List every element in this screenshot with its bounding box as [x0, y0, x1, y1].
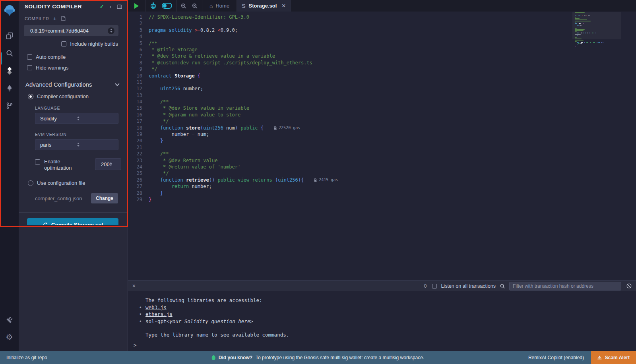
minimap-slider[interactable] — [572, 12, 621, 39]
line-number: 2 — [128, 20, 149, 27]
zoom-out-icon[interactable] — [180, 3, 187, 9]
terminal-search-icon[interactable] — [500, 283, 505, 289]
chevron-right-icon[interactable]: › — [110, 4, 111, 10]
deploy-run-icon[interactable] — [0, 79, 19, 97]
clear-console-icon[interactable] — [626, 283, 632, 289]
file-explorer-icon[interactable] — [0, 27, 19, 45]
library-link[interactable]: web3.js — [145, 304, 167, 311]
compiler-version-select[interactable]: 0.8.19+commit.7dd6d404 — [24, 25, 118, 36]
enable-optimization-checkbox[interactable] — [35, 159, 40, 165]
code-text: * @dev Return value — [149, 157, 217, 164]
optimization-runs-stepper[interactable]: 200 — [95, 158, 121, 170]
code-text: } — [149, 196, 151, 203]
code-line[interactable]: 18 function store(uint256 num) public {2… — [128, 125, 572, 131]
did-you-know-tip: Did you know? To prototype using the Gno… — [212, 355, 425, 360]
hide-warnings-checkbox[interactable] — [27, 65, 32, 70]
close-tab-icon[interactable]: ✕ — [281, 3, 286, 9]
remix-logo-icon[interactable] — [3, 4, 16, 17]
terminal-output[interactable]: The following libraries are accessible: … — [128, 291, 636, 351]
git-branch-icon[interactable] — [0, 97, 19, 114]
copilot-status[interactable]: RemixAI Copilot (enabled) — [528, 355, 584, 360]
gas-estimate-badge[interactable]: 22520 gas — [274, 125, 300, 131]
hide-warnings-row: Hide warnings — [19, 65, 128, 71]
line-number: 19 — [128, 131, 149, 137]
use-config-file-radio[interactable] — [28, 180, 33, 186]
code-line[interactable]: 6 * @title Storage — [128, 46, 572, 53]
gas-estimate-badge[interactable]: 2415 gas — [314, 177, 338, 183]
library-link[interactable]: ethers.js — [145, 311, 173, 318]
panel-header: SOLIDITY COMPILER ✓ › — [19, 0, 128, 12]
code-line[interactable]: 17 */ — [128, 118, 572, 124]
copilot-toggle[interactable] — [162, 3, 172, 9]
advanced-configurations-toggle[interactable]: Advanced Configurations — [19, 81, 128, 88]
code-line[interactable]: 8 * @custom:dev-run-script ./scripts/dep… — [128, 60, 572, 66]
transaction-count: 0 — [424, 283, 427, 289]
code-line[interactable]: 11 — [128, 79, 572, 85]
settings-gear-icon[interactable]: ⚙ — [0, 328, 19, 346]
code-line[interactable]: 4 — [128, 33, 572, 40]
code-line[interactable]: 13 — [128, 92, 572, 99]
open-file-icon[interactable] — [61, 16, 66, 21]
transaction-filter-input[interactable] — [509, 282, 621, 290]
code-line[interactable]: 7 * @dev Store & retrieve value in a var… — [128, 53, 572, 59]
line-number: 5 — [128, 40, 149, 46]
code-line[interactable]: 23 * @dev Return value — [128, 157, 572, 164]
warning-icon: ⚠ — [597, 355, 602, 360]
collapse-terminal-icon[interactable]: » — [131, 284, 138, 287]
code-editor[interactable]: 1// SPDX-License-Identifier: GPL-3.023pr… — [128, 12, 636, 280]
code-line[interactable]: 26 function retrieve() public view retur… — [128, 177, 572, 183]
search-icon[interactable] — [0, 45, 19, 62]
code-line[interactable]: 5/** — [128, 40, 572, 46]
code-line[interactable]: 1// SPDX-License-Identifier: GPL-3.0 — [128, 14, 572, 20]
listen-all-checkbox[interactable] — [432, 284, 437, 288]
evm-version-select[interactable]: paris — [35, 139, 118, 150]
code-line[interactable]: 19 number = num; — [128, 131, 572, 137]
change-config-button[interactable]: Change — [91, 193, 118, 203]
scam-alert-button[interactable]: ⚠ Scam Alert — [591, 351, 636, 364]
code-line[interactable]: 22 /** — [128, 151, 572, 157]
language-select[interactable]: Solidity — [35, 113, 118, 124]
tab-home[interactable]: ⌂ Home — [202, 0, 237, 12]
solidity-file-icon: S — [242, 3, 245, 9]
code-line[interactable]: 10contract Storage { — [128, 73, 572, 79]
code-line[interactable]: 28 } — [128, 190, 572, 196]
config-file-name: compiler_config.json — [35, 196, 91, 201]
panel-title: SOLIDITY COMPILER — [25, 4, 94, 10]
solidity-compiler-icon[interactable] — [0, 62, 19, 79]
zoom-in-icon[interactable] — [192, 3, 198, 9]
line-number: 18 — [128, 125, 149, 131]
language-value: Solidity — [40, 116, 77, 122]
line-number: 29 — [128, 196, 149, 203]
use-config-file-label: Use configuration file — [37, 180, 85, 186]
auto-compile-checkbox[interactable] — [27, 54, 32, 60]
code-text: * @param num value to store — [149, 112, 240, 118]
pin-panel-icon[interactable] — [117, 4, 122, 9]
code-line[interactable]: 27 return number; — [128, 183, 572, 190]
line-number: 6 — [128, 46, 149, 53]
code-text: return number; — [149, 183, 212, 190]
code-line[interactable]: 21 — [128, 144, 572, 151]
plugin-manager-icon[interactable] — [0, 311, 19, 328]
run-group — [128, 0, 145, 12]
code-line[interactable]: 3pragma solidity >=0.8.2 <0.9.0; — [128, 27, 572, 33]
line-number: 8 — [128, 60, 149, 66]
tab-storage-sol[interactable]: S Storage.sol ✕ — [237, 0, 291, 12]
code-text: } — [149, 190, 163, 196]
code-line[interactable]: 29} — [128, 196, 572, 203]
run-script-play-button[interactable] — [134, 3, 139, 9]
code-line[interactable]: 20 } — [128, 137, 572, 144]
code-line[interactable]: 16 * @param num value to store — [128, 112, 572, 118]
code-line[interactable]: 14 /** — [128, 99, 572, 105]
code-line[interactable]: 12 uint256 number; — [128, 85, 572, 92]
code-line[interactable]: 9 */ — [128, 66, 572, 72]
compiler-config-radio[interactable] — [28, 94, 33, 99]
add-compiler-icon[interactable]: + — [53, 15, 56, 22]
code-line[interactable]: 2 — [128, 20, 572, 27]
code-line[interactable]: 25 */ — [128, 170, 572, 176]
code-line[interactable]: 15 * @dev Store value in variable — [128, 105, 572, 111]
minimap[interactable] — [575, 12, 619, 56]
nightly-checkbox[interactable] — [61, 41, 66, 46]
remix-ai-robot-icon[interactable] — [149, 2, 157, 9]
code-line[interactable]: 24 * @return value of 'number' — [128, 164, 572, 170]
git-init-status[interactable]: Initialize as git repo — [0, 355, 47, 360]
